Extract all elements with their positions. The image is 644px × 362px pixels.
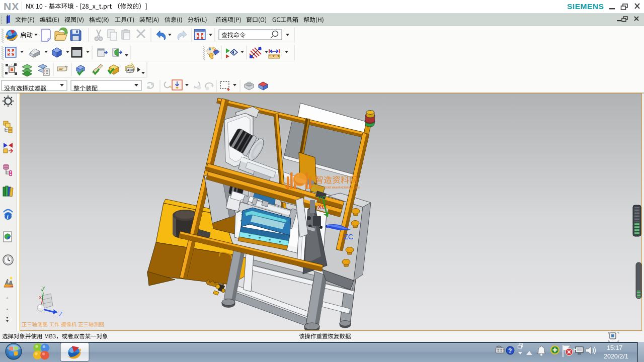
svg-text:15:17: 15:17 (607, 344, 622, 351)
svg-text:2020/2/1: 2020/2/1 (604, 353, 628, 360)
svg-text:ZC: ZC (344, 233, 353, 241)
svg-text:INTELLIGENT MANUFACTURING DATA: INTELLIGENT MANUFACTURING DATA (315, 187, 360, 189)
svg-text:X: X (39, 295, 42, 300)
svg-text:Y: Y (42, 286, 45, 291)
svg-text:YC: YC (317, 195, 327, 202)
svg-text:ABC: ABC (127, 68, 134, 72)
svg-text:Z: Z (59, 311, 62, 318)
svg-text:?: ? (508, 347, 512, 354)
